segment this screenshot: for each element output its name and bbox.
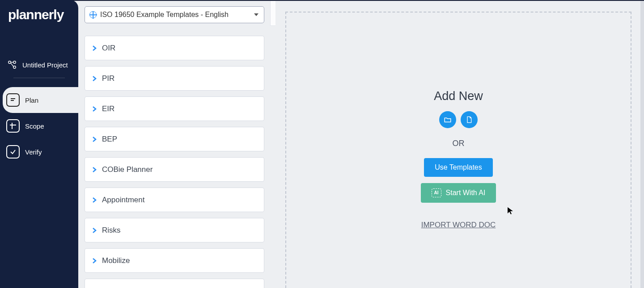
template-item-bep[interactable]: BEP — [85, 127, 264, 151]
plan-icon — [6, 93, 20, 107]
or-divider: OR — [421, 139, 496, 148]
template-item-label: COBie Planner — [102, 165, 153, 174]
template-item-risks[interactable]: Risks — [85, 218, 264, 242]
folder-icon — [444, 116, 452, 124]
project-icon — [7, 60, 17, 70]
template-item-eir[interactable]: EIR — [85, 96, 264, 121]
template-item-mobilize[interactable]: Mobilize — [85, 248, 264, 273]
canvas-area: Add New OR Use Templates AI Start With A… — [275, 1, 641, 288]
chevron-right-icon — [91, 258, 97, 264]
template-item-label: Mobilize — [102, 256, 130, 265]
template-item-label: PIR — [102, 74, 114, 83]
template-select-value: ISO 19650 Example Templates - English — [100, 11, 229, 19]
svg-line-3 — [11, 63, 13, 67]
brand-logo: plannerly — [0, 0, 78, 29]
add-new-icon-row — [421, 111, 496, 128]
add-folder-button[interactable] — [439, 111, 456, 128]
template-list: OIR PIR EIR BEP COBie Planner Appointmen… — [85, 36, 264, 288]
sidebar-item-plan[interactable]: Plan — [3, 87, 78, 113]
verify-icon — [6, 145, 20, 159]
template-item-oir[interactable]: OIR — [85, 36, 264, 60]
template-panel: ISO 19650 Example Templates - English OI… — [78, 0, 271, 288]
chevron-right-icon — [91, 197, 97, 203]
add-new-title: Add New — [421, 89, 496, 103]
template-item-label: BEP — [102, 135, 117, 144]
svg-point-2 — [13, 61, 16, 64]
start-with-ai-label: Start With AI — [446, 189, 486, 197]
add-document-button[interactable] — [461, 111, 478, 128]
chevron-right-icon — [91, 136, 97, 142]
project-name: Untitled Project — [22, 61, 68, 69]
template-item-label: Risks — [102, 226, 121, 235]
chevron-right-icon — [91, 75, 97, 82]
caret-down-icon — [254, 13, 258, 16]
template-item-label: OIR — [102, 44, 115, 53]
sidebar-item-label: Scope — [25, 122, 44, 130]
template-item-label: Lessons — [102, 287, 130, 288]
sidebar-item-label: Verify — [25, 148, 42, 156]
template-item-label: EIR — [102, 104, 114, 113]
globe-icon — [89, 11, 97, 18]
sidebar-item-scope[interactable]: Scope — [0, 113, 78, 139]
template-item-lessons[interactable]: Lessons — [85, 279, 264, 288]
sidebar: plannerly Untitled Project Plan Scope Ve… — [0, 0, 78, 288]
sidebar-item-label: Plan — [25, 96, 38, 104]
scope-icon — [6, 119, 20, 133]
ai-chip-icon: AI — [432, 188, 441, 197]
chevron-right-icon — [91, 167, 97, 173]
chevron-right-icon — [91, 45, 97, 51]
chevron-right-icon — [91, 227, 97, 234]
sidebar-item-verify[interactable]: Verify — [0, 139, 78, 165]
sidebar-divider — [13, 78, 65, 78]
project-selector[interactable]: Untitled Project — [0, 55, 78, 78]
start-with-ai-button[interactable]: AI Start With AI — [421, 183, 496, 203]
drop-canvas[interactable]: Add New OR Use Templates AI Start With A… — [285, 12, 631, 288]
chevron-right-icon — [91, 106, 97, 112]
template-item-pir[interactable]: PIR — [85, 66, 264, 91]
document-icon — [466, 116, 473, 124]
add-new-panel: Add New OR Use Templates AI Start With A… — [421, 89, 496, 230]
sidebar-nav: Plan Scope Verify — [0, 87, 78, 165]
import-word-doc-link[interactable]: IMPORT WORD DOC — [421, 221, 496, 230]
template-select[interactable]: ISO 19650 Example Templates - English — [85, 6, 264, 23]
template-item-label: Appointment — [102, 196, 144, 205]
vertical-scrollbar[interactable] — [640, 1, 644, 288]
template-item-cobie[interactable]: COBie Planner — [85, 157, 264, 182]
use-templates-button[interactable]: Use Templates — [424, 158, 493, 177]
template-item-appointment[interactable]: Appointment — [85, 188, 264, 212]
